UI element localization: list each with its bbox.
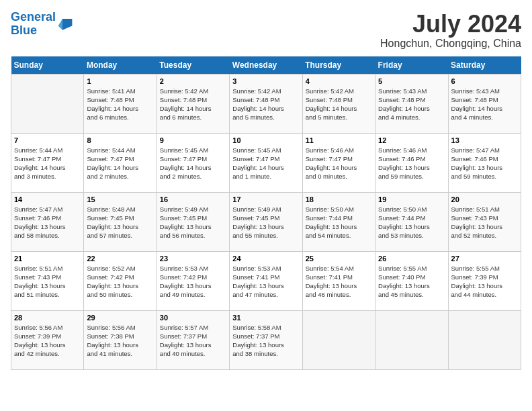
calendar-cell: 8Sunrise: 5:44 AMSunset: 7:47 PMDaylight… [84, 133, 157, 192]
logo-text: General Blue [11, 11, 56, 38]
day-number: 20 [451, 195, 518, 203]
calendar-cell: 21Sunrise: 5:51 AMSunset: 7:43 PMDayligh… [11, 251, 84, 310]
day-info: Sunrise: 5:47 AMSunset: 7:46 PMDaylight:… [451, 146, 518, 181]
day-info: Sunrise: 5:46 AMSunset: 7:47 PMDaylight:… [306, 146, 372, 181]
day-number: 10 [232, 136, 299, 144]
header-day-thursday: Thursday [302, 56, 375, 75]
calendar-cell: 22Sunrise: 5:52 AMSunset: 7:42 PMDayligh… [84, 251, 157, 310]
calendar-cell: 20Sunrise: 5:51 AMSunset: 7:43 PMDayligh… [448, 192, 521, 251]
day-number: 4 [306, 77, 372, 85]
day-number: 26 [378, 255, 445, 263]
day-number: 24 [232, 255, 299, 263]
day-number: 28 [14, 314, 81, 322]
calendar-cell: 14Sunrise: 5:47 AMSunset: 7:46 PMDayligh… [11, 192, 84, 251]
calendar-cell: 24Sunrise: 5:53 AMSunset: 7:41 PMDayligh… [230, 251, 302, 310]
calendar-week-2: 7Sunrise: 5:44 AMSunset: 7:47 PMDaylight… [11, 133, 521, 192]
day-info: Sunrise: 5:55 AMSunset: 7:40 PMDaylight:… [378, 264, 445, 300]
calendar-cell: 29Sunrise: 5:56 AMSunset: 7:38 PMDayligh… [84, 310, 157, 369]
calendar-cell: 26Sunrise: 5:55 AMSunset: 7:40 PMDayligh… [375, 251, 448, 310]
day-info: Sunrise: 5:41 AMSunset: 7:48 PMDaylight:… [87, 87, 153, 122]
day-info: Sunrise: 5:48 AMSunset: 7:45 PMDaylight:… [87, 205, 153, 240]
day-info: Sunrise: 5:43 AMSunset: 7:48 PMDaylight:… [378, 87, 445, 122]
calendar-cell: 15Sunrise: 5:48 AMSunset: 7:45 PMDayligh… [84, 192, 157, 251]
calendar-cell: 27Sunrise: 5:55 AMSunset: 7:39 PMDayligh… [448, 251, 521, 310]
calendar-cell: 31Sunrise: 5:58 AMSunset: 7:37 PMDayligh… [230, 310, 302, 369]
day-number: 25 [306, 255, 372, 263]
day-number: 6 [451, 77, 518, 85]
day-info: Sunrise: 5:54 AMSunset: 7:41 PMDaylight:… [306, 264, 372, 300]
svg-marker-0 [62, 19, 72, 30]
day-number: 31 [232, 314, 299, 322]
day-number: 22 [87, 255, 153, 263]
month-title: July 2024 [380, 11, 521, 38]
header-day-sunday: Sunday [11, 56, 84, 75]
calendar-cell: 9Sunrise: 5:45 AMSunset: 7:47 PMDaylight… [157, 133, 229, 192]
calendar-cell: 13Sunrise: 5:47 AMSunset: 7:46 PMDayligh… [448, 133, 521, 192]
day-number: 5 [378, 77, 445, 85]
page-header: General Blue July 2024 Hongchun, Chongqi… [11, 11, 521, 50]
day-info: Sunrise: 5:57 AMSunset: 7:37 PMDaylight:… [160, 323, 226, 359]
logo-icon [57, 16, 73, 32]
calendar-cell: 25Sunrise: 5:54 AMSunset: 7:41 PMDayligh… [302, 251, 375, 310]
day-info: Sunrise: 5:42 AMSunset: 7:48 PMDaylight:… [160, 87, 226, 122]
calendar-header-row: SundayMondayTuesdayWednesdayThursdayFrid… [11, 56, 521, 75]
day-number: 13 [451, 136, 518, 144]
day-number: 3 [232, 77, 299, 85]
header-day-wednesday: Wednesday [230, 56, 302, 75]
day-number: 8 [87, 136, 153, 144]
day-number: 11 [306, 136, 372, 144]
calendar-cell: 28Sunrise: 5:56 AMSunset: 7:39 PMDayligh… [11, 310, 84, 369]
day-number: 21 [14, 255, 81, 263]
day-info: Sunrise: 5:53 AMSunset: 7:41 PMDaylight:… [232, 264, 299, 300]
day-number: 2 [160, 77, 226, 85]
calendar-cell: 16Sunrise: 5:49 AMSunset: 7:45 PMDayligh… [157, 192, 229, 251]
day-info: Sunrise: 5:47 AMSunset: 7:46 PMDaylight:… [14, 205, 81, 240]
day-info: Sunrise: 5:52 AMSunset: 7:42 PMDaylight:… [87, 264, 153, 300]
day-number: 17 [232, 195, 299, 203]
header-day-tuesday: Tuesday [157, 56, 229, 75]
calendar-week-4: 21Sunrise: 5:51 AMSunset: 7:43 PMDayligh… [11, 251, 521, 310]
location-title: Hongchun, Chongqing, China [380, 38, 521, 50]
svg-marker-1 [58, 19, 62, 30]
calendar-cell: 6Sunrise: 5:43 AMSunset: 7:48 PMDaylight… [448, 74, 521, 133]
day-info: Sunrise: 5:45 AMSunset: 7:47 PMDaylight:… [160, 146, 226, 181]
day-info: Sunrise: 5:50 AMSunset: 7:44 PMDaylight:… [306, 205, 372, 240]
day-number: 15 [87, 195, 153, 203]
day-info: Sunrise: 5:51 AMSunset: 7:43 PMDaylight:… [14, 264, 81, 300]
header-day-saturday: Saturday [448, 56, 521, 75]
calendar-cell: 10Sunrise: 5:45 AMSunset: 7:47 PMDayligh… [230, 133, 302, 192]
day-info: Sunrise: 5:58 AMSunset: 7:37 PMDaylight:… [232, 323, 299, 359]
calendar-week-3: 14Sunrise: 5:47 AMSunset: 7:46 PMDayligh… [11, 192, 521, 251]
title-block: July 2024 Hongchun, Chongqing, China [380, 11, 521, 50]
day-info: Sunrise: 5:51 AMSunset: 7:43 PMDaylight:… [451, 205, 518, 240]
calendar-cell: 23Sunrise: 5:53 AMSunset: 7:42 PMDayligh… [157, 251, 229, 310]
day-info: Sunrise: 5:49 AMSunset: 7:45 PMDaylight:… [232, 205, 299, 240]
day-number: 18 [306, 195, 372, 203]
day-info: Sunrise: 5:53 AMSunset: 7:42 PMDaylight:… [160, 264, 226, 300]
calendar-cell: 4Sunrise: 5:42 AMSunset: 7:48 PMDaylight… [302, 74, 375, 133]
calendar-cell [375, 310, 448, 369]
calendar-cell: 1Sunrise: 5:41 AMSunset: 7:48 PMDaylight… [84, 74, 157, 133]
calendar-cell: 11Sunrise: 5:46 AMSunset: 7:47 PMDayligh… [302, 133, 375, 192]
calendar-cell: 17Sunrise: 5:49 AMSunset: 7:45 PMDayligh… [230, 192, 302, 251]
calendar-cell: 30Sunrise: 5:57 AMSunset: 7:37 PMDayligh… [157, 310, 229, 369]
day-number: 23 [160, 255, 226, 263]
day-info: Sunrise: 5:46 AMSunset: 7:46 PMDaylight:… [378, 146, 445, 181]
calendar-cell: 3Sunrise: 5:42 AMSunset: 7:48 PMDaylight… [230, 74, 302, 133]
day-info: Sunrise: 5:42 AMSunset: 7:48 PMDaylight:… [306, 87, 372, 122]
calendar-cell [448, 310, 521, 369]
calendar-table: SundayMondayTuesdayWednesdayThursdayFrid… [11, 56, 521, 370]
calendar-cell: 2Sunrise: 5:42 AMSunset: 7:48 PMDaylight… [157, 74, 229, 133]
day-info: Sunrise: 5:55 AMSunset: 7:39 PMDaylight:… [451, 264, 518, 300]
day-number: 16 [160, 195, 226, 203]
calendar-cell: 5Sunrise: 5:43 AMSunset: 7:48 PMDaylight… [375, 74, 448, 133]
day-number: 9 [160, 136, 226, 144]
day-number: 7 [14, 136, 81, 144]
day-info: Sunrise: 5:44 AMSunset: 7:47 PMDaylight:… [14, 146, 81, 181]
header-day-friday: Friday [375, 56, 448, 75]
day-info: Sunrise: 5:42 AMSunset: 7:48 PMDaylight:… [232, 87, 299, 122]
logo: General Blue [11, 11, 73, 38]
day-info: Sunrise: 5:44 AMSunset: 7:47 PMDaylight:… [87, 146, 153, 181]
calendar-cell: 12Sunrise: 5:46 AMSunset: 7:46 PMDayligh… [375, 133, 448, 192]
day-number: 19 [378, 195, 445, 203]
